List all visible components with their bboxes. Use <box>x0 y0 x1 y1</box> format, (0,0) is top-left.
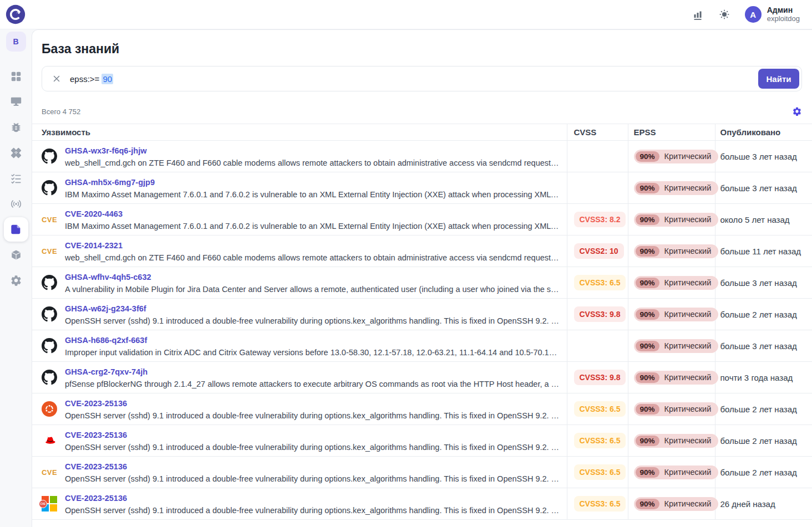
clear-search-icon[interactable] <box>52 74 62 84</box>
epss-badge: 90%Критический <box>634 244 719 258</box>
results-summary: Всего 4 752 <box>42 106 802 116</box>
search-button[interactable]: Найти <box>758 69 799 89</box>
epss-percent: 90% <box>636 499 659 509</box>
github-icon <box>42 370 57 385</box>
sidebar-item-dashboard[interactable] <box>3 64 29 89</box>
table-row[interactable]: GHSA-mh5x-6mg7-gjp9 IBM Maximo Asset Man… <box>32 172 812 204</box>
workspace-badge[interactable]: B <box>6 32 26 52</box>
github-icon <box>42 180 57 196</box>
topbar: A Админ exploitdog <box>0 0 812 29</box>
table-row[interactable]: CVE-2023-25136 OpenSSH server (sshd) 9.1… <box>32 425 812 457</box>
github-icon <box>42 306 57 322</box>
column-header-cvss: CVSS <box>567 124 628 141</box>
table-row[interactable]: GHSA-crg2-7qxv-74jh pfSense pfBlockerNG … <box>32 362 812 393</box>
epss-severity-label: Критический <box>664 310 712 319</box>
vulnerability-link[interactable]: CVE-2023-25136 <box>65 399 127 408</box>
published-cell: больше 3 лет назад <box>715 172 812 204</box>
sidebar-item-hosts[interactable] <box>3 89 29 115</box>
vulnerability-link[interactable]: CVE-2023-25136 <box>65 431 127 439</box>
vulnerability-link[interactable]: GHSA-crg2-7qxv-74jh <box>65 367 148 376</box>
epss-badge: 90%Критический <box>634 434 719 448</box>
table-row[interactable]: CVE CVE-2023-25136 OpenSSH server (sshd)… <box>32 457 812 488</box>
vulnerability-description: OpenSSH server (sshd) 9.1 introduced a d… <box>65 474 560 483</box>
cvss-badge: CVSS3: 6.5 <box>574 464 626 480</box>
published-cell: больше 2 лет назад <box>715 457 812 488</box>
github-icon <box>42 275 57 290</box>
vulnerability-link[interactable]: GHSA-wx3r-f6q6-jhjw <box>65 146 146 155</box>
published-cell: больше 2 лет назад <box>715 299 812 330</box>
cvss-badge: CVSS3: 8.2 <box>574 212 626 227</box>
sidebar-item-settings[interactable] <box>3 268 29 293</box>
user-name: Админ <box>767 6 800 14</box>
table-row[interactable]: GHSA-h686-q2xf-663f Improper input valid… <box>32 330 812 362</box>
table-row[interactable]: CVE-2023-25136 OpenSSH server (sshd) 9.1… <box>32 393 812 425</box>
vulnerability-link[interactable]: CVE-2014-2321 <box>65 241 123 250</box>
vulnerability-link[interactable]: CVE-2023-25136 <box>65 462 127 471</box>
cve-logo-icon: CVE <box>42 243 57 259</box>
sidebar-item-vulnerabilities[interactable] <box>3 115 29 140</box>
epss-badge: 90%Критический <box>634 371 719 385</box>
sidebar-item-patches[interactable] <box>3 140 29 166</box>
theme-toggle-sun-icon[interactable] <box>718 8 730 21</box>
published-cell: 26 дней назад <box>715 488 812 520</box>
epss-badge: 90%Критический <box>634 213 719 227</box>
sidebar-nav <box>3 64 29 293</box>
published-cell: больше 2 лет назад <box>715 393 812 425</box>
main-content: База знаний epss:>= 90 Найти Всего 4 752… <box>32 29 812 527</box>
epss-badge: 90%Критический <box>634 276 719 290</box>
table-row[interactable]: GHSA-wfhv-4qh5-c632 A vulnerability in M… <box>32 267 812 299</box>
column-header-published: Опубликовано <box>715 124 812 141</box>
vulnerability-link[interactable]: GHSA-h686-q2xf-663f <box>65 336 147 345</box>
published-cell: больше 3 лет назад <box>715 267 812 299</box>
vulnerability-description: OpenSSH server (sshd) 9.1 introduced a d… <box>65 316 560 325</box>
vulnerability-link[interactable]: CVE-2023-25136 <box>65 494 127 503</box>
table-row[interactable]: GHSA-wx3r-f6q6-jhjw web_shell_cmd.gch on… <box>32 141 812 172</box>
cvss-badge: CVSS3: 6.5 <box>574 275 626 290</box>
vulnerability-description: OpenSSH server (sshd) 9.1 introduced a d… <box>65 411 560 420</box>
cve-logo-icon: CVE <box>42 464 57 480</box>
vulnerability-link[interactable]: GHSA-mh5x-6mg7-gjp9 <box>65 178 155 187</box>
avatar: A <box>745 6 762 23</box>
page-title: База знаний <box>42 42 802 57</box>
column-header-epss: EPSS <box>628 124 715 141</box>
published-cell: почти 3 года назад <box>715 362 812 393</box>
vulnerabilities-table: Уязвимость CVSS EPSS Опубликовано GHSA-w… <box>32 124 812 520</box>
vulnerability-description: OpenSSH server (sshd) 9.1 introduced a d… <box>65 506 560 515</box>
sidebar-item-knowledge-base[interactable] <box>4 217 28 242</box>
published-cell: больше 2 лет назад <box>715 425 812 457</box>
vulnerability-description: OpenSSH server (sshd) 9.1 introduced a d… <box>65 443 560 452</box>
epss-severity-label: Критический <box>664 341 712 350</box>
table-row[interactable]: CVE CVE-2014-2321 web_shell_cmd.gch on Z… <box>32 236 812 267</box>
epss-percent: 90% <box>636 372 659 383</box>
logo-exploitdog[interactable] <box>6 4 26 24</box>
vulnerability-description: Improper input validation in Citrix ADC … <box>65 348 560 357</box>
user-menu[interactable]: A Админ exploitdog <box>745 6 800 23</box>
table-settings-button[interactable] <box>792 106 802 116</box>
sidebar-item-tasks[interactable] <box>3 166 29 191</box>
cvss-badge: CVSS3: 9.8 <box>574 370 626 385</box>
sidebar-item-packages[interactable] <box>3 242 29 268</box>
epss-severity-label: Критический <box>664 373 712 382</box>
sidebar: B <box>0 29 32 527</box>
published-cell: больше 3 лет назад <box>715 330 812 362</box>
epss-severity-label: Критический <box>664 215 712 224</box>
epss-percent: 90% <box>636 404 659 415</box>
table-row[interactable]: CVE CVE-2023-25136 OpenSSH server (sshd)… <box>32 488 812 520</box>
vulnerability-description: A vulnerability in Mobile Plugin for Jir… <box>65 285 560 294</box>
stats-icon[interactable] <box>692 8 704 21</box>
vulnerability-link[interactable]: CVE-2020-4463 <box>65 209 123 218</box>
table-row[interactable]: CVE CVE-2020-4463 IBM Maximo Asset Manag… <box>32 204 812 236</box>
search-query: epss:>= 90 <box>70 74 113 84</box>
epss-badge: 90%Критический <box>634 181 719 195</box>
epss-percent: 90% <box>636 341 659 351</box>
search-query-selected-text: 90 <box>101 74 113 84</box>
table-header-row: Уязвимость CVSS EPSS Опубликовано <box>32 124 812 141</box>
search-input[interactable]: epss:>= 90 Найти <box>42 66 802 91</box>
epss-severity-label: Критический <box>664 278 712 287</box>
sidebar-item-scans[interactable] <box>3 191 29 217</box>
vulnerability-link[interactable]: GHSA-w62j-g234-3f6f <box>65 304 146 313</box>
vulnerability-link[interactable]: GHSA-wfhv-4qh5-c632 <box>65 273 151 282</box>
column-header-vulnerability: Уязвимость <box>32 124 567 141</box>
github-icon <box>42 149 57 164</box>
table-row[interactable]: GHSA-w62j-g234-3f6f OpenSSH server (sshd… <box>32 299 812 330</box>
